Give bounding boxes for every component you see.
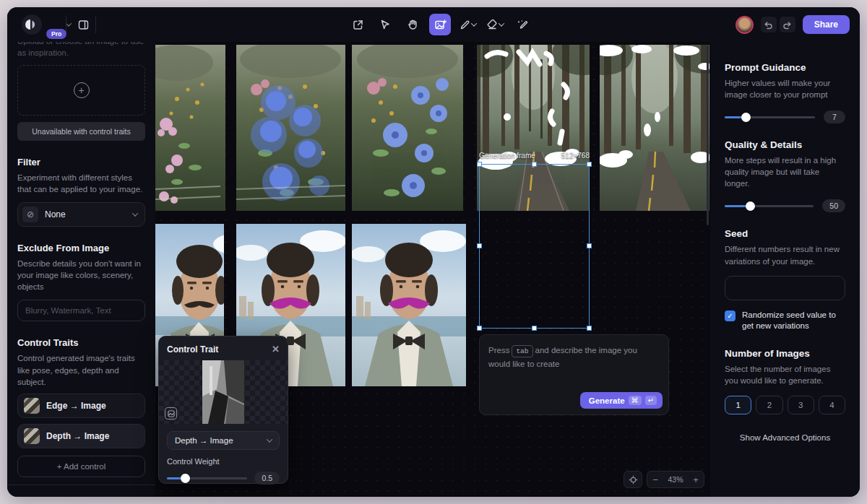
generation-frame-size: 512×768: [561, 152, 590, 160]
prompt-placeholder: Presstaband describe the image you would…: [488, 344, 660, 371]
inpaint-brush-icon[interactable]: [512, 14, 533, 35]
divider: [7, 485, 155, 485]
add-control-button[interactable]: + Add control: [17, 456, 145, 477]
share-button[interactable]: Share: [803, 15, 850, 34]
edge-thumbnail: [24, 398, 40, 414]
seed-input[interactable]: [725, 276, 845, 300]
seed-section: Seed Different numbers result in new var…: [725, 228, 845, 331]
seed-description: Different numbers result in new variatio…: [725, 243, 845, 266]
num-images-option-2[interactable]: 2: [756, 396, 782, 414]
control-weight-slider[interactable]: [167, 473, 247, 483]
pan-hand-icon[interactable]: [402, 14, 423, 35]
eraser-icon[interactable]: [484, 14, 506, 35]
pro-badge: Pro: [46, 29, 66, 39]
frame-handle[interactable]: [532, 162, 537, 167]
generate-button[interactable]: Generate ⌘ ↵: [580, 392, 663, 409]
sidebar-toggle-icon[interactable]: [76, 17, 90, 32]
control-traits-section: Control Traits Control generated image's…: [17, 337, 145, 477]
recenter-view-icon[interactable]: [624, 471, 642, 488]
canvas-image-portrait-magenta-2[interactable]: [352, 224, 466, 386]
seed-title: Seed: [725, 228, 845, 239]
undo-icon[interactable]: [761, 17, 777, 32]
trait-edge-to-image[interactable]: Edge → Image: [17, 394, 145, 418]
show-advanced-options-link[interactable]: Show Advanced Options: [740, 433, 830, 442]
randomize-seed-checkbox[interactable]: ✓: [725, 310, 736, 321]
exclude-section: Exclude From Image Describe details you …: [17, 243, 145, 321]
depth-thumbnail: [24, 428, 40, 444]
trait-depth-to-image[interactable]: Depth → Image: [17, 424, 145, 448]
prompt-guidance-section: Prompt Guidance Higher values will make …: [725, 62, 845, 123]
frame-handle[interactable]: [477, 162, 482, 167]
command-key-icon: ⌘: [629, 396, 642, 405]
none-filter-icon: ⊘: [22, 207, 38, 222]
chevron-down-icon: [132, 211, 138, 217]
return-key-icon: ↵: [645, 396, 657, 405]
num-images-option-4[interactable]: 4: [819, 396, 845, 414]
close-icon[interactable]: ✕: [272, 344, 280, 355]
app-logo-icon[interactable]: [22, 14, 42, 35]
top-toolbar: Pro: [7, 7, 860, 42]
frame-handle[interactable]: [587, 243, 592, 248]
canvas-image-garden-pink[interactable]: [155, 45, 225, 211]
prompt-panel[interactable]: Presstaband describe the image you would…: [479, 334, 669, 415]
select-cursor-icon[interactable]: [374, 14, 396, 35]
canvas-image-forest-road-snow[interactable]: [600, 45, 709, 211]
image-frame-icon[interactable]: [165, 407, 177, 420]
quality-description: More steps will result in a high quality…: [725, 155, 845, 189]
exclude-title: Exclude From Image: [17, 243, 145, 253]
frame-handle[interactable]: [477, 243, 482, 248]
desktop-background: Pro: [0, 0, 867, 504]
image-generate-tool-icon[interactable]: [429, 14, 451, 35]
control-weight-label: Control Weight: [167, 457, 280, 466]
frame-handle[interactable]: [587, 162, 592, 167]
canvas-image-garden-blue-flowers[interactable]: [352, 45, 463, 211]
unavailable-button[interactable]: Unavailable with control traits: [17, 122, 145, 141]
exclude-description: Describe details you don't want in your …: [17, 258, 145, 292]
zoom-in-button[interactable]: +: [688, 474, 704, 485]
frame-handle[interactable]: [587, 326, 592, 331]
chevron-down-icon: [267, 436, 272, 442]
quality-slider[interactable]: [725, 201, 814, 211]
randomize-seed-label: Randomize seed value to get new variatio…: [742, 310, 845, 332]
draw-pencil-icon[interactable]: [457, 14, 478, 35]
prompt-guidance-slider[interactable]: [725, 112, 815, 122]
exclude-input[interactable]: [17, 300, 145, 321]
app-window: Pro: [7, 7, 860, 497]
right-sidebar: Prompt Guidance Higher values will make …: [710, 42, 860, 497]
num-images-option-3[interactable]: 3: [788, 396, 814, 414]
export-icon[interactable]: [347, 14, 368, 35]
canvas-scrollbar[interactable]: [707, 45, 709, 225]
redo-icon[interactable]: [780, 17, 795, 32]
chevron-down-icon: [499, 20, 504, 26]
filter-value: None: [45, 209, 66, 220]
filter-section: Filter Experiment with different styles …: [17, 157, 145, 227]
canvas-image-garden-blue-mask[interactable]: [236, 45, 345, 211]
num-images-option-1[interactable]: 1: [725, 396, 751, 414]
left-sidebar: Upload or choose an image to useas inspi…: [7, 42, 155, 497]
divider: [66, 16, 66, 33]
frame-handle[interactable]: [477, 326, 482, 331]
chevron-down-icon[interactable]: [66, 20, 72, 26]
control-traits-description: Control generated image's traits like po…: [17, 352, 145, 387]
zoom-level[interactable]: 43%: [663, 475, 688, 484]
popup-title: Control Trait: [167, 344, 218, 355]
tool-group: [347, 13, 533, 36]
chevron-down-icon: [470, 20, 476, 26]
filter-dropdown[interactable]: ⊘ None: [17, 202, 145, 227]
inspiration-hint: Upload or choose an image to useas inspi…: [17, 42, 145, 58]
generation-frame[interactable]: [479, 164, 590, 329]
generation-frame-label: Generation frame: [479, 152, 535, 160]
number-of-images-section: Number of Images Select the number of im…: [725, 348, 845, 442]
prompt-guidance-description: Higher values will make your image close…: [725, 77, 845, 100]
depth-map-image: [202, 360, 244, 424]
frame-handle[interactable]: [532, 326, 537, 331]
depth-map-preview: [159, 360, 288, 424]
user-avatar[interactable]: [736, 16, 754, 34]
number-of-images-title: Number of Images: [725, 348, 845, 359]
quality-section: Quality & Details More steps will result…: [725, 139, 845, 212]
zoom-out-button[interactable]: −: [647, 474, 663, 485]
plus-icon: +: [74, 82, 90, 98]
trait-type-dropdown[interactable]: Depth → Image: [167, 431, 280, 450]
zoom-control: − 43% +: [647, 471, 704, 488]
image-upload-dropzone[interactable]: +: [17, 65, 145, 116]
